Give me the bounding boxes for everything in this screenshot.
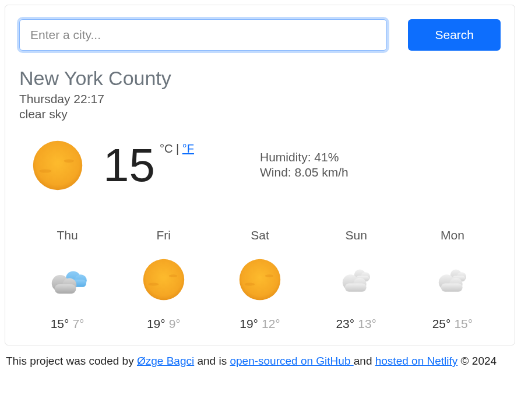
unit-toggle: °C | °F (160, 142, 194, 156)
sun-icon (140, 256, 187, 303)
cloudy-light-icon (333, 256, 379, 303)
svg-rect-20 (345, 283, 367, 291)
partly-cloudy-icon (44, 256, 91, 303)
temp-high: 23° (336, 317, 354, 330)
forecast-row: Thu15°7°Fri19°9°Sat19°12°Sun23°13°Mon25°… (19, 228, 501, 331)
temp-low: 15° (454, 317, 473, 330)
temp-low: 12° (262, 317, 280, 330)
temp-low: 13° (358, 317, 376, 330)
github-link[interactable]: open-sourced on GitHub (230, 355, 353, 367)
svg-point-10 (169, 274, 177, 277)
forecast-day: Mon25°15° (404, 228, 501, 331)
forecast-day-label: Fri (115, 228, 212, 242)
svg-point-0 (33, 141, 82, 190)
temp-high: 19° (147, 317, 166, 330)
wind-line: Wind: 8.05 km/h (260, 165, 501, 179)
location-title: New York County (19, 67, 501, 90)
sun-icon (30, 137, 86, 193)
forecast-day-label: Thu (19, 228, 115, 242)
forecast-day: Sat19°12° (212, 228, 308, 331)
forecast-temps: 23°13° (308, 317, 404, 331)
netlify-link[interactable]: hosted on Netlify (375, 355, 458, 367)
temp-low: 9° (169, 317, 181, 330)
forecast-temps: 15°7° (19, 317, 115, 331)
svg-rect-26 (441, 283, 463, 291)
forecast-day: Fri19°9° (115, 228, 212, 331)
sun-icon (237, 256, 283, 303)
svg-rect-8 (54, 284, 76, 294)
search-row: Search (19, 19, 501, 51)
temp-high: 19° (240, 317, 258, 330)
svg-point-12 (240, 259, 280, 300)
forecast-day-label: Sun (308, 228, 404, 242)
description-line: clear sky (19, 107, 501, 121)
forecast-temps: 19°12° (212, 317, 308, 331)
unit-celsius: °C (160, 142, 173, 155)
current-details: Humidity: 41% Wind: 8.05 km/h (260, 150, 501, 181)
svg-point-2 (39, 170, 51, 173)
forecast-temps: 19°9° (115, 317, 212, 331)
temp-high: 25° (432, 317, 451, 330)
temp-low: 7° (72, 317, 84, 330)
svg-point-1 (64, 159, 74, 163)
unit-fahrenheit-link[interactable]: °F (182, 142, 194, 155)
current-temp: 15 (103, 142, 155, 189)
svg-point-13 (265, 274, 273, 277)
city-input[interactable] (19, 19, 387, 51)
weather-card: Search New York County Thursday 22:17 cl… (5, 5, 515, 345)
temp-high: 15° (51, 317, 69, 330)
author-link[interactable]: Øzge Bagci (137, 355, 194, 367)
forecast-day: Sun23°13° (308, 228, 404, 331)
svg-point-11 (148, 283, 159, 286)
footer: This project was coded by Øzge Bagci and… (5, 355, 516, 368)
current-left: 15 °C | °F (19, 137, 260, 193)
cloudy-light-icon (429, 256, 476, 303)
svg-point-14 (245, 283, 255, 286)
search-button[interactable]: Search (408, 19, 501, 51)
humidity-line: Humidity: 41% (260, 150, 501, 164)
current-weather: 15 °C | °F Humidity: 41% Wind: 8.05 km/h (19, 137, 501, 193)
forecast-day-label: Mon (404, 228, 501, 242)
forecast-day: Thu15°7° (19, 228, 115, 331)
datetime-line: Thursday 22:17 (19, 92, 501, 106)
forecast-day-label: Sat (212, 228, 308, 242)
svg-point-9 (143, 259, 184, 300)
forecast-temps: 25°15° (404, 317, 501, 331)
